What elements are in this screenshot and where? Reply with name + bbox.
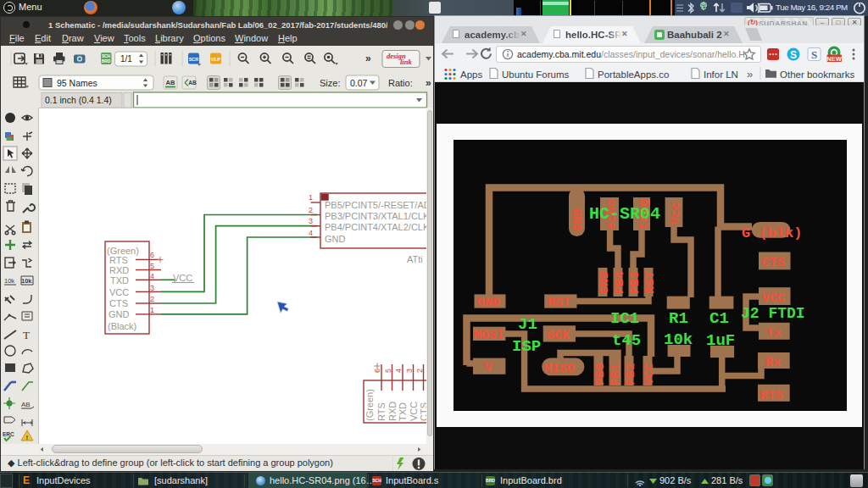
svg-text:ULP: ULP xyxy=(211,57,220,62)
svg-text:1/1: 1/1 xyxy=(120,54,132,64)
svg-text:6: 6 xyxy=(373,369,381,373)
svg-text:3: 3 xyxy=(405,369,414,373)
svg-text:CTS: CTS xyxy=(109,298,128,308)
svg-text:(Black): (Black) xyxy=(108,321,136,331)
svg-text:10k: 10k xyxy=(4,277,14,285)
svg-text:J1: J1 xyxy=(518,315,537,334)
svg-text:V: V xyxy=(485,361,492,375)
svg-text:RXD: RXD xyxy=(109,265,129,275)
svg-text:SCK: SCK xyxy=(547,329,570,343)
svg-text:IC1: IC1 xyxy=(610,309,639,328)
svg-text:RXD: RXD xyxy=(387,402,398,421)
svg-text:Ratio:: Ratio: xyxy=(388,78,413,88)
svg-text:6: 6 xyxy=(150,251,154,259)
svg-text:1: 1 xyxy=(309,193,313,202)
svg-text:AB: AB xyxy=(188,80,197,86)
svg-text:t45: t45 xyxy=(612,331,641,350)
svg-text:95 Names: 95 Names xyxy=(57,78,97,88)
svg-text:ATti: ATti xyxy=(407,254,423,264)
svg-text:4: 4 xyxy=(150,272,154,280)
svg-text:AB: AB xyxy=(166,79,175,86)
svg-text:Infor LN: Infor LN xyxy=(704,69,738,80)
svg-text:4: 4 xyxy=(309,229,313,237)
svg-text:VCC: VCC xyxy=(409,402,419,421)
svg-text:2: 2 xyxy=(415,369,424,373)
svg-text:Apps: Apps xyxy=(460,69,482,80)
svg-text:AB: AB xyxy=(21,401,31,408)
svg-text:VCC: VCC xyxy=(173,273,192,283)
svg-text:PB4: PB4 xyxy=(613,271,627,294)
svg-text:VCC: VCC xyxy=(643,363,657,385)
svg-text:T: T xyxy=(23,329,30,341)
svg-text:10k: 10k xyxy=(21,277,32,285)
svg-text:GND: GND xyxy=(108,309,130,319)
svg-text:»: » xyxy=(365,53,371,64)
svg-text:!: ! xyxy=(26,434,29,441)
svg-text:RTS: RTS xyxy=(760,389,783,403)
svg-text:5: 5 xyxy=(150,262,154,270)
svg-text:PB3/PCINT3/XTAL1/CLKI: PB3/PCINT3/XTAL1/CLKI xyxy=(325,211,427,221)
svg-text:R1: R1 xyxy=(669,309,688,328)
svg-text:GND: GND xyxy=(598,271,612,294)
svg-text:PB4/PCINT4/XTAL2/CLKO: PB4/PCINT4/XTAL2/CLKO xyxy=(325,222,427,232)
svg-text:3: 3 xyxy=(150,284,154,292)
svg-text:link: link xyxy=(400,58,412,66)
svg-text:0.07: 0.07 xyxy=(350,78,368,88)
svg-text:5: 5 xyxy=(384,369,392,373)
svg-text:PB1: PB1 xyxy=(609,363,623,385)
svg-text:PB5/PCINT5/-RESET/ADC0: PB5/PCINT5/-RESET/ADC0 xyxy=(325,200,427,210)
svg-text:RTS: RTS xyxy=(109,255,128,265)
svg-text:MOSI: MOSI xyxy=(474,329,504,343)
svg-text:2: 2 xyxy=(150,295,154,303)
svg-text:1uF: 1uF xyxy=(706,331,735,350)
svg-text:S: S xyxy=(811,48,817,61)
svg-text:HC-SR04: HC-SR04 xyxy=(589,204,660,224)
svg-text:VCC: VCC xyxy=(109,287,129,297)
svg-text:ERC: ERC xyxy=(3,431,14,437)
svg-text:Other bookmarks: Other bookmarks xyxy=(780,69,854,80)
svg-text:2: 2 xyxy=(309,206,313,214)
svg-text:Size:: Size: xyxy=(320,78,340,88)
svg-text:GND: GND xyxy=(325,234,346,244)
svg-text:MISO: MISO xyxy=(544,362,575,376)
svg-text:1: 1 xyxy=(150,306,154,314)
svg-text:TXD: TXD xyxy=(398,402,408,421)
svg-text:RST: RST xyxy=(548,296,570,310)
svg-text:Vcc: Vcc xyxy=(669,202,683,225)
svg-text:PB0: PB0 xyxy=(593,363,608,385)
svg-text:PB2: PB2 xyxy=(624,363,638,385)
svg-text:S: S xyxy=(790,49,797,61)
svg-text:GND: GND xyxy=(477,296,500,310)
svg-text:»: » xyxy=(747,68,753,80)
svg-text:C1: C1 xyxy=(709,309,729,328)
svg-text:NEW: NEW xyxy=(826,55,842,63)
svg-text:10k: 10k xyxy=(664,330,693,349)
svg-text:0.1 inch (0.4 1.4): 0.1 inch (0.4 1.4) xyxy=(45,95,112,105)
svg-text:PB3: PB3 xyxy=(628,271,643,294)
svg-text:RST: RST xyxy=(643,271,658,294)
svg-text:SCR: SCR xyxy=(189,57,199,62)
svg-text:G (blk): G (blk) xyxy=(742,225,802,241)
svg-text:J2 FTDI: J2 FTDI xyxy=(741,305,805,322)
svg-text:3: 3 xyxy=(309,217,313,225)
svg-text:Rx: Rx xyxy=(765,356,781,370)
svg-text:PortableApps.co: PortableApps.co xyxy=(598,69,669,80)
svg-text:CTS: CTS xyxy=(762,256,785,270)
svg-text:(Green): (Green) xyxy=(364,389,375,421)
svg-text:TXD: TXD xyxy=(110,275,129,286)
svg-text:ISP: ISP xyxy=(512,337,541,356)
svg-text:Tx: Tx xyxy=(766,326,782,341)
svg-text:academy.cba.mit.edu/classes/in: academy.cba.mit.edu/classes/input_device… xyxy=(517,49,745,59)
svg-text:VCC: VCC xyxy=(762,291,785,306)
svg-text:4: 4 xyxy=(394,369,403,373)
svg-text:BRD: BRD xyxy=(102,59,111,64)
svg-text:RTS: RTS xyxy=(376,402,387,421)
svg-text:SCH: SCH xyxy=(102,54,111,58)
svg-text:»: » xyxy=(426,77,431,89)
svg-text:GND: GND xyxy=(571,208,586,231)
svg-text:Ubuntu Forums: Ubuntu Forums xyxy=(502,69,570,80)
